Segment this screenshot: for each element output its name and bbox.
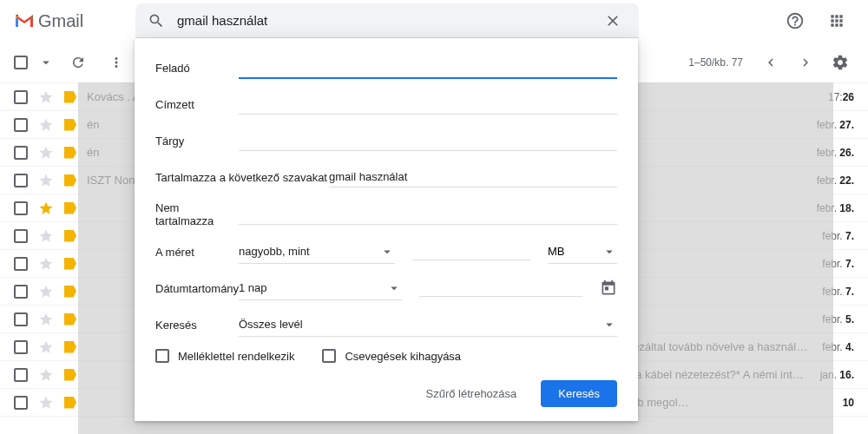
search-bar[interactable] xyxy=(135,3,639,38)
nothas-label: Nem tartalmazza xyxy=(155,201,239,227)
more-vert-icon xyxy=(108,55,124,70)
select-all-checkbox[interactable] xyxy=(14,56,28,69)
star-icon[interactable] xyxy=(38,312,54,327)
nothas-input[interactable] xyxy=(239,204,617,225)
has-attachment-checkbox[interactable]: Melléklettel rendelkezik xyxy=(155,349,294,363)
tag-icon[interactable] xyxy=(64,313,76,326)
star-icon[interactable] xyxy=(38,256,54,272)
help-button[interactable] xyxy=(778,3,812,38)
date: febr. 5. xyxy=(822,313,854,326)
searchin-select[interactable]: Összes levél xyxy=(239,313,617,337)
has-attachment-label: Melléklettel rendelkezik xyxy=(178,350,294,363)
row-checkbox[interactable] xyxy=(14,368,28,382)
star-icon[interactable] xyxy=(38,145,54,161)
search-input[interactable] xyxy=(177,13,599,28)
settings-button[interactable] xyxy=(826,49,854,76)
exclude-chats-checkbox[interactable]: Csevegések kihagyása xyxy=(322,349,461,363)
gmail-text: Gmail xyxy=(38,11,83,31)
date: 10 xyxy=(843,397,854,409)
exclude-chats-label: Csevegések kihagyása xyxy=(345,350,461,363)
prev-page-button[interactable] xyxy=(757,49,785,76)
next-page-button[interactable] xyxy=(792,49,819,76)
daterange-label: Dátumtartomány xyxy=(155,282,239,295)
star-icon[interactable] xyxy=(38,117,54,133)
row-checkbox[interactable] xyxy=(14,285,28,299)
date: febr. 4. xyxy=(822,341,854,353)
row-checkbox[interactable] xyxy=(14,340,28,354)
tag-icon[interactable] xyxy=(64,174,76,187)
date: febr. 7. xyxy=(822,286,854,298)
chevron-down-icon xyxy=(379,244,395,260)
date: febr. 26. xyxy=(817,147,854,159)
searchin-value: Összes levél xyxy=(239,318,303,331)
gmail-logo[interactable]: Gmail xyxy=(14,11,83,31)
star-icon[interactable] xyxy=(38,367,54,383)
tag-icon[interactable] xyxy=(64,230,76,242)
gear-icon xyxy=(832,54,849,71)
chevron-down-icon xyxy=(602,317,617,332)
row-checkbox[interactable] xyxy=(14,201,28,215)
date: 17:26 xyxy=(828,91,854,103)
create-filter-button[interactable]: Szűrő létrehozása xyxy=(416,380,528,407)
tag-icon[interactable] xyxy=(64,147,76,159)
star-icon[interactable] xyxy=(38,228,54,244)
clear-search-button[interactable] xyxy=(599,7,627,35)
row-checkbox[interactable] xyxy=(14,174,28,187)
close-icon xyxy=(604,12,621,30)
row-checkbox[interactable] xyxy=(14,312,28,326)
date: febr. 7. xyxy=(822,230,854,242)
size-operator-select[interactable]: nagyobb, mint xyxy=(239,240,395,264)
apps-icon xyxy=(828,12,845,30)
row-checkbox[interactable] xyxy=(14,146,28,160)
row-checkbox[interactable] xyxy=(14,118,28,132)
checkbox-icon xyxy=(322,349,336,363)
star-icon[interactable] xyxy=(38,339,54,355)
size-unit-select[interactable]: MB xyxy=(548,240,617,264)
refresh-icon xyxy=(70,55,86,70)
advanced-search-panel: Feladó Címzett Tárgy Tartalmazza a követ… xyxy=(135,38,638,421)
to-label: Címzett xyxy=(155,98,239,111)
tag-icon[interactable] xyxy=(64,369,76,381)
row-checkbox[interactable] xyxy=(14,229,28,243)
from-input[interactable] xyxy=(239,57,617,79)
size-value-input[interactable] xyxy=(412,243,530,260)
tag-icon[interactable] xyxy=(64,258,76,270)
chevron-down-icon xyxy=(602,244,617,260)
chevron-down-icon xyxy=(386,280,402,296)
tag-icon[interactable] xyxy=(64,397,76,409)
haswords-label: Tartalmazza a következő szavakat xyxy=(155,171,329,184)
to-input[interactable] xyxy=(239,94,617,115)
more-button[interactable] xyxy=(102,49,130,76)
date-input[interactable] xyxy=(419,279,582,297)
star-icon[interactable] xyxy=(38,201,54,216)
search-icon xyxy=(148,12,165,30)
searchin-label: Keresés xyxy=(155,319,239,332)
refresh-button[interactable] xyxy=(64,49,92,76)
star-icon[interactable] xyxy=(38,395,54,411)
tag-icon[interactable] xyxy=(64,202,76,214)
from-label: Feladó xyxy=(155,62,239,75)
chevron-right-icon xyxy=(798,55,813,70)
haswords-input[interactable] xyxy=(329,167,617,187)
subject-input[interactable] xyxy=(239,130,617,151)
apps-button[interactable] xyxy=(819,3,854,38)
chevron-down-icon[interactable] xyxy=(38,55,54,70)
date: febr. 18. xyxy=(817,202,854,214)
search-button[interactable]: Keresés xyxy=(541,380,617,407)
subject-label: Tárgy xyxy=(155,135,239,148)
star-icon[interactable] xyxy=(38,89,54,105)
row-checkbox[interactable] xyxy=(14,257,28,271)
tag-icon[interactable] xyxy=(64,119,76,131)
row-checkbox[interactable] xyxy=(14,396,28,410)
daterange-select[interactable]: 1 nap xyxy=(239,277,402,300)
star-icon[interactable] xyxy=(38,173,54,188)
tag-icon[interactable] xyxy=(64,341,76,353)
star-icon[interactable] xyxy=(38,284,54,299)
date: jan. 16. xyxy=(820,369,854,381)
row-checkbox[interactable] xyxy=(14,90,28,104)
date-picker-button[interactable] xyxy=(600,279,617,297)
tag-icon[interactable] xyxy=(64,286,76,298)
daterange-value: 1 nap xyxy=(239,281,267,294)
tag-icon[interactable] xyxy=(64,91,76,103)
size-label: A méret xyxy=(155,246,239,259)
